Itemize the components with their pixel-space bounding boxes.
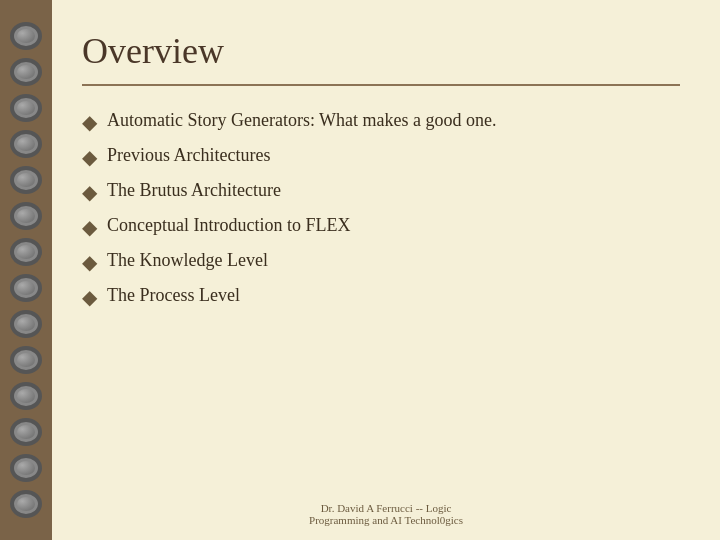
spiral-coil <box>10 346 42 374</box>
bullet-item: ◆Automatic Story Generators: What makes … <box>82 108 680 135</box>
spiral-coil <box>10 94 42 122</box>
spiral-coil <box>10 166 42 194</box>
bullet-text: The Knowledge Level <box>107 248 268 273</box>
bullet-text: Conceptual Introduction to FLEX <box>107 213 350 238</box>
bullet-item: ◆The Process Level <box>82 283 680 310</box>
spiral-coil <box>10 490 42 518</box>
bullet-item: ◆The Knowledge Level <box>82 248 680 275</box>
footer-line1: Dr. David A Ferrucci -- Logic <box>52 502 720 514</box>
bullet-text: Previous Architectures <box>107 143 270 168</box>
bullet-text: Automatic Story Generators: What makes a… <box>107 108 497 133</box>
bullet-list: ◆Automatic Story Generators: What makes … <box>82 108 680 310</box>
bullet-diamond-icon: ◆ <box>82 109 97 135</box>
title-divider <box>82 84 680 86</box>
spiral-coil <box>10 58 42 86</box>
footer-line2: Programming and AI Technol0gics <box>52 514 720 526</box>
bullet-diamond-icon: ◆ <box>82 284 97 310</box>
bullet-text: The Process Level <box>107 283 240 308</box>
spiral-coil <box>10 130 42 158</box>
bullet-text: The Brutus Architecture <box>107 178 281 203</box>
slide-title: Overview <box>82 30 680 72</box>
bullet-diamond-icon: ◆ <box>82 214 97 240</box>
bullet-diamond-icon: ◆ <box>82 144 97 170</box>
spiral-binding <box>0 0 52 540</box>
spiral-coil <box>10 274 42 302</box>
bullet-item: ◆The Brutus Architecture <box>82 178 680 205</box>
spiral-coil <box>10 454 42 482</box>
slide-footer: Dr. David A Ferrucci -- Logic Programmin… <box>52 502 720 526</box>
spiral-coil <box>10 238 42 266</box>
spiral-coil <box>10 310 42 338</box>
bullet-item: ◆Conceptual Introduction to FLEX <box>82 213 680 240</box>
spiral-coil <box>10 418 42 446</box>
bullet-diamond-icon: ◆ <box>82 249 97 275</box>
slide-content: Overview ◆Automatic Story Generators: Wh… <box>52 0 720 540</box>
bullet-item: ◆Previous Architectures <box>82 143 680 170</box>
spiral-coil <box>10 382 42 410</box>
spiral-coil <box>10 22 42 50</box>
bullet-diamond-icon: ◆ <box>82 179 97 205</box>
spiral-coil <box>10 202 42 230</box>
